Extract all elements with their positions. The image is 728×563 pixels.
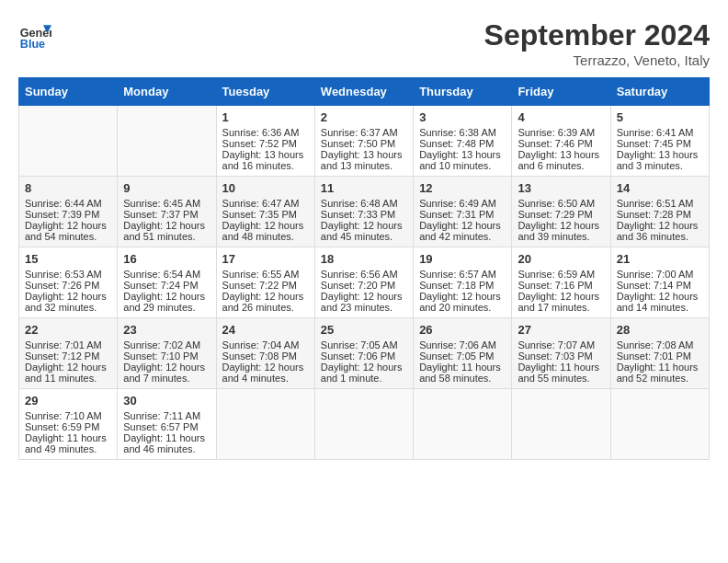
sunrise-label: Sunrise: 6:57 AM <box>419 269 496 280</box>
calendar-cell: 8 Sunrise: 6:44 AM Sunset: 7:39 PM Dayli… <box>19 177 118 247</box>
day-number: 26 <box>419 323 506 337</box>
calendar-table: SundayMondayTuesdayWednesdayThursdayFrid… <box>18 77 710 460</box>
daylight-label: Daylight: 12 hours and 29 minutes. <box>123 291 205 313</box>
day-number: 30 <box>123 394 210 408</box>
calendar-cell: 15 Sunrise: 6:53 AM Sunset: 7:26 PM Dayl… <box>19 247 118 318</box>
weekday-header-sunday: Sunday <box>19 78 118 106</box>
daylight-label: Daylight: 12 hours and 26 minutes. <box>222 291 304 313</box>
day-number: 13 <box>518 181 604 195</box>
calendar-cell <box>19 106 118 177</box>
daylight-label: Daylight: 11 hours and 58 minutes. <box>419 362 501 384</box>
day-number: 4 <box>518 110 604 124</box>
daylight-label: Daylight: 12 hours and 11 minutes. <box>25 362 107 384</box>
daylight-label: Daylight: 12 hours and 7 minutes. <box>123 362 205 384</box>
calendar-cell: 3 Sunrise: 6:38 AM Sunset: 7:48 PM Dayli… <box>414 106 512 177</box>
sunset-label: Sunset: 7:22 PM <box>222 280 297 291</box>
day-number: 27 <box>518 323 604 337</box>
sunset-label: Sunset: 7:20 PM <box>321 280 395 291</box>
day-number: 25 <box>321 323 407 337</box>
calendar-week-2: 15 Sunrise: 6:53 AM Sunset: 7:26 PM Dayl… <box>19 247 710 318</box>
sunrise-label: Sunrise: 7:06 AM <box>419 339 496 350</box>
weekday-header-monday: Monday <box>118 78 216 106</box>
sunset-label: Sunset: 7:26 PM <box>25 280 99 291</box>
day-number: 24 <box>222 323 309 337</box>
weekday-header-wednesday: Wednesday <box>314 78 413 106</box>
sunrise-label: Sunrise: 7:05 AM <box>321 339 398 350</box>
sunset-label: Sunset: 7:05 PM <box>419 350 494 362</box>
daylight-label: Daylight: 12 hours and 51 minutes. <box>123 220 205 242</box>
daylight-label: Daylight: 12 hours and 14 minutes. <box>617 291 699 313</box>
sunset-label: Sunset: 7:52 PM <box>222 138 297 149</box>
calendar-cell: 29 Sunrise: 7:10 AM Sunset: 6:59 PM Dayl… <box>19 389 118 460</box>
calendar-cell: 25 Sunrise: 7:05 AM Sunset: 7:06 PM Dayl… <box>314 318 413 389</box>
day-number: 28 <box>617 323 703 337</box>
day-number: 11 <box>321 181 407 195</box>
sunrise-label: Sunrise: 6:56 AM <box>321 269 398 280</box>
sunrise-label: Sunrise: 7:04 AM <box>222 339 300 350</box>
sunset-label: Sunset: 7:48 PM <box>419 138 494 149</box>
sunset-label: Sunset: 7:39 PM <box>25 209 99 220</box>
daylight-label: Daylight: 12 hours and 20 minutes. <box>419 291 501 313</box>
calendar-week-3: 22 Sunrise: 7:01 AM Sunset: 7:12 PM Dayl… <box>19 318 710 389</box>
daylight-label: Daylight: 12 hours and 17 minutes. <box>518 291 599 313</box>
sunrise-label: Sunrise: 6:49 AM <box>419 198 496 209</box>
day-number: 14 <box>617 181 703 195</box>
sunrise-label: Sunrise: 6:47 AM <box>222 198 300 209</box>
sunset-label: Sunset: 7:35 PM <box>222 209 297 220</box>
day-number: 5 <box>617 110 703 124</box>
calendar-cell: 23 Sunrise: 7:02 AM Sunset: 7:10 PM Dayl… <box>118 318 216 389</box>
calendar-cell <box>216 389 314 460</box>
calendar-week-1: 8 Sunrise: 6:44 AM Sunset: 7:39 PM Dayli… <box>19 177 710 247</box>
month-title: September 2024 <box>484 18 710 52</box>
day-number: 22 <box>25 323 111 337</box>
calendar-cell: 27 Sunrise: 7:07 AM Sunset: 7:03 PM Dayl… <box>512 318 610 389</box>
sunrise-label: Sunrise: 6:37 AM <box>321 127 398 138</box>
calendar-cell: 22 Sunrise: 7:01 AM Sunset: 7:12 PM Dayl… <box>19 318 118 389</box>
sunset-label: Sunset: 7:31 PM <box>419 209 494 220</box>
day-number: 29 <box>25 394 111 408</box>
sunrise-label: Sunrise: 7:02 AM <box>123 339 200 350</box>
calendar-cell: 19 Sunrise: 6:57 AM Sunset: 7:18 PM Dayl… <box>414 247 512 318</box>
calendar-cell: 11 Sunrise: 6:48 AM Sunset: 7:33 PM Dayl… <box>314 177 413 247</box>
calendar-cell <box>118 106 216 177</box>
sunrise-label: Sunrise: 7:00 AM <box>617 269 694 280</box>
day-number: 19 <box>419 252 506 266</box>
daylight-label: Daylight: 12 hours and 54 minutes. <box>25 220 107 242</box>
calendar-cell: 28 Sunrise: 7:08 AM Sunset: 7:01 PM Dayl… <box>610 318 709 389</box>
calendar-cell <box>314 389 413 460</box>
day-number: 8 <box>25 181 111 195</box>
calendar-cell: 16 Sunrise: 6:54 AM Sunset: 7:24 PM Dayl… <box>118 247 216 318</box>
logo: General Blue <box>18 18 55 52</box>
sunset-label: Sunset: 7:08 PM <box>222 350 297 362</box>
weekday-header-row: SundayMondayTuesdayWednesdayThursdayFrid… <box>19 78 710 106</box>
sunset-label: Sunset: 7:46 PM <box>518 138 592 149</box>
sunset-label: Sunset: 7:28 PM <box>617 209 691 220</box>
sunset-label: Sunset: 7:12 PM <box>25 350 99 362</box>
calendar-cell: 24 Sunrise: 7:04 AM Sunset: 7:08 PM Dayl… <box>216 318 314 389</box>
sunset-label: Sunset: 7:37 PM <box>123 209 198 220</box>
logo-icon: General Blue <box>18 18 51 52</box>
weekday-header-tuesday: Tuesday <box>216 78 314 106</box>
calendar-cell: 21 Sunrise: 7:00 AM Sunset: 7:14 PM Dayl… <box>610 247 709 318</box>
calendar-cell <box>414 389 512 460</box>
sunrise-label: Sunrise: 6:55 AM <box>222 269 300 280</box>
day-number: 16 <box>123 252 210 266</box>
calendar-cell: 13 Sunrise: 6:50 AM Sunset: 7:29 PM Dayl… <box>512 177 610 247</box>
calendar-week-0: 1 Sunrise: 6:36 AM Sunset: 7:52 PM Dayli… <box>19 106 710 177</box>
daylight-label: Daylight: 13 hours and 3 minutes. <box>617 149 699 171</box>
calendar-body: 1 Sunrise: 6:36 AM Sunset: 7:52 PM Dayli… <box>19 106 710 460</box>
sunset-label: Sunset: 7:24 PM <box>123 280 198 291</box>
day-number: 1 <box>222 110 309 124</box>
day-number: 9 <box>123 181 210 195</box>
calendar-cell: 12 Sunrise: 6:49 AM Sunset: 7:31 PM Dayl… <box>414 177 512 247</box>
weekday-header-saturday: Saturday <box>610 78 709 106</box>
sunset-label: Sunset: 7:03 PM <box>518 350 592 362</box>
calendar-cell: 18 Sunrise: 6:56 AM Sunset: 7:20 PM Dayl… <box>314 247 413 318</box>
sunrise-label: Sunrise: 6:48 AM <box>321 198 398 209</box>
title-block: September 2024 Terrazzo, Veneto, Italy <box>484 18 710 68</box>
day-number: 3 <box>419 110 506 124</box>
page-header: General Blue September 2024 Terrazzo, Ve… <box>18 18 710 68</box>
daylight-label: Daylight: 12 hours and 48 minutes. <box>222 220 304 242</box>
sunrise-label: Sunrise: 6:50 AM <box>518 198 595 209</box>
daylight-label: Daylight: 12 hours and 4 minutes. <box>222 362 304 384</box>
